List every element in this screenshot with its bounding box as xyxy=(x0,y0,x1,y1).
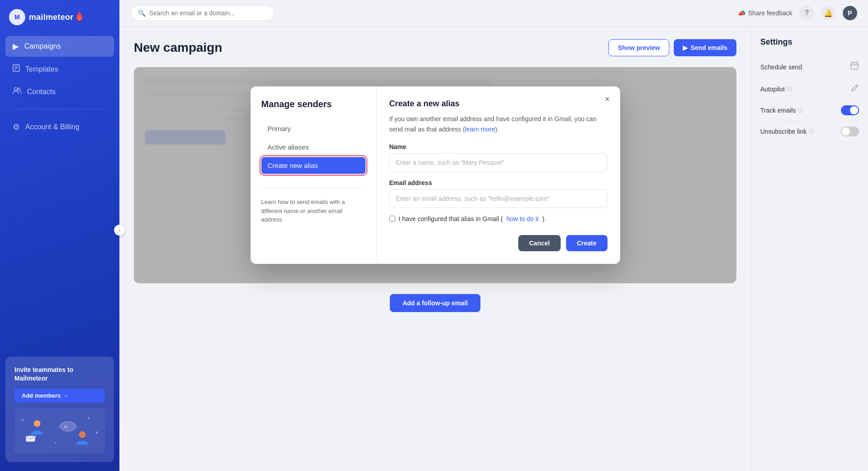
templates-icon xyxy=(13,64,20,74)
svg-point-4 xyxy=(14,88,18,91)
modal-actions: Cancel Create xyxy=(389,235,608,251)
modal-left-panel: Manage senders Primary Active aliases Cr… xyxy=(251,86,377,264)
sidebar-illustration: ✉ xyxy=(14,408,105,453)
search-input[interactable] xyxy=(149,9,267,17)
settings-panel: Settings Schedule send Autopilot ⓘ Trac xyxy=(751,27,868,471)
page-title: New campaign xyxy=(134,41,222,55)
campaign-card: Manage senders Primary Active aliases Cr… xyxy=(134,67,736,283)
contacts-icon xyxy=(13,87,22,96)
sidebar-divider xyxy=(13,109,107,109)
svg-point-6 xyxy=(22,419,23,421)
logo-icon: M xyxy=(9,9,25,25)
modal-close-button[interactable]: × xyxy=(601,93,614,105)
add-followup-row: Add a follow-up email xyxy=(134,294,736,312)
svg-point-13 xyxy=(79,431,86,438)
modal-nav-primary[interactable]: Primary xyxy=(261,120,365,137)
name-label: Name xyxy=(389,143,608,150)
sidebar-item-label-templates: Templates xyxy=(25,65,58,73)
invite-title: Invite teammates to Mailmeteor xyxy=(14,366,105,383)
svg-point-8 xyxy=(88,417,90,419)
add-followup-button[interactable]: Add a follow-up email xyxy=(390,294,480,312)
user-avatar[interactable]: P xyxy=(843,6,857,20)
sidebar-item-templates[interactable]: Templates xyxy=(5,59,114,80)
page-content: New campaign Show preview ▶ Send emails xyxy=(119,27,751,471)
header: 🔍 📣 Share feedback ? 🔔 P xyxy=(119,0,868,27)
sidebar-item-contacts[interactable]: Contacts xyxy=(5,82,114,102)
settings-item-schedule-send: Schedule send xyxy=(760,56,859,78)
sidebar-logo: M mailmeteor xyxy=(0,0,119,36)
svg-point-10 xyxy=(55,442,57,444)
sidebar-item-campaigns[interactable]: ▶ Campaigns xyxy=(5,36,114,57)
account-billing-icon: ⚙ xyxy=(13,122,20,132)
email-label: Email address xyxy=(389,179,608,186)
help-icon-button[interactable]: ? xyxy=(799,6,814,20)
sidebar-item-label-account-billing: Account & Billing xyxy=(25,123,79,131)
sidebar-invite: Invite teammates to Mailmeteor Add membe… xyxy=(5,357,114,462)
svg-line-20 xyxy=(856,86,857,87)
page-header: New campaign Show preview ▶ Send emails xyxy=(134,39,736,56)
unsubscribe-link-label: Unsubscribe link ⓘ xyxy=(760,128,814,136)
modal-right-panel: Create a new alias If you own another em… xyxy=(377,86,620,264)
learn-more-link[interactable]: learn more xyxy=(465,126,495,133)
send-emails-button[interactable]: ▶ Send emails xyxy=(674,39,736,56)
flame-icon xyxy=(75,11,83,23)
track-emails-toggle[interactable] xyxy=(841,105,859,115)
manage-senders-modal: Manage senders Primary Active aliases Cr… xyxy=(251,86,620,264)
send-icon: ▶ xyxy=(683,44,688,51)
svg-text:✉: ✉ xyxy=(64,425,68,429)
unsubscribe-link-toggle[interactable] xyxy=(841,127,859,136)
autopilot-info-icon: ⓘ xyxy=(786,85,792,93)
share-feedback-button[interactable]: 📣 Share feedback xyxy=(738,9,792,17)
modal-left-footer: Learn how to send emails with a differen… xyxy=(261,188,365,224)
page-actions: Show preview ▶ Send emails xyxy=(608,39,736,56)
illustration-svg: ✉ xyxy=(14,410,105,451)
show-preview-button[interactable]: Show preview xyxy=(608,39,669,56)
track-emails-label: Track emails ⓘ xyxy=(760,107,803,114)
notifications-icon-button[interactable]: 🔔 xyxy=(821,6,836,20)
autopilot-label: Autopilot ⓘ xyxy=(760,85,792,93)
gmail-alias-checkbox[interactable] xyxy=(389,216,395,222)
sidebar-item-account-billing[interactable]: ⚙ Account & Billing xyxy=(5,117,114,137)
email-input[interactable] xyxy=(389,189,608,208)
pencil-icon[interactable] xyxy=(851,84,859,94)
sidebar-item-label-contacts: Contacts xyxy=(27,88,55,96)
track-emails-info-icon: ⓘ xyxy=(798,107,803,114)
campaigns-icon: ▶ xyxy=(13,41,19,51)
svg-point-14 xyxy=(60,421,77,431)
add-members-button[interactable]: Add members → xyxy=(14,389,105,403)
schedule-send-label: Schedule send xyxy=(760,63,802,71)
modal-section-desc: If you own another email address and hav… xyxy=(389,114,608,134)
megaphone-icon: 📣 xyxy=(738,9,745,17)
svg-rect-16 xyxy=(851,63,858,69)
sidebar-nav: ▶ Campaigns Templates Contacts ⚙ Account… xyxy=(0,36,119,137)
create-button[interactable]: Create xyxy=(566,235,608,251)
modal-nav-active-aliases[interactable]: Active aliases xyxy=(261,139,365,155)
calendar-icon[interactable] xyxy=(850,61,859,72)
sidebar: M mailmeteor ▶ Campaigns Templates Conta… xyxy=(0,0,119,471)
search-icon: 🔍 xyxy=(138,9,146,17)
svg-point-9 xyxy=(96,431,98,434)
sidebar-item-label-campaigns: Campaigns xyxy=(24,42,61,50)
modal-title: Manage senders xyxy=(261,99,365,109)
main-area: 🔍 📣 Share feedback ? 🔔 P New campaign Sh… xyxy=(119,0,868,471)
settings-title: Settings xyxy=(760,37,859,47)
how-to-do-it-link[interactable]: how to do it xyxy=(507,215,539,222)
modal-overlay: Manage senders Primary Active aliases Cr… xyxy=(134,67,736,283)
name-input[interactable] xyxy=(389,153,608,172)
cancel-button[interactable]: Cancel xyxy=(518,235,561,251)
svg-point-5 xyxy=(18,88,20,91)
settings-item-track-emails: Track emails ⓘ xyxy=(760,100,859,121)
svg-point-11 xyxy=(34,420,41,427)
app-name: mailmeteor xyxy=(29,13,73,22)
settings-item-unsubscribe-link: Unsubscribe link ⓘ xyxy=(760,121,859,142)
search-bar[interactable]: 🔍 xyxy=(130,5,274,21)
gmail-alias-checkbox-row: I have configured that alias in Gmail (h… xyxy=(389,215,608,222)
modal-nav-create-new-alias[interactable]: Create new alias xyxy=(261,157,365,174)
header-actions: 📣 Share feedback ? 🔔 P xyxy=(738,6,857,20)
modal-section-title: Create a new alias xyxy=(389,99,608,109)
settings-item-autopilot: Autopilot ⓘ xyxy=(760,78,859,100)
unsubscribe-info-icon: ⓘ xyxy=(809,128,814,136)
